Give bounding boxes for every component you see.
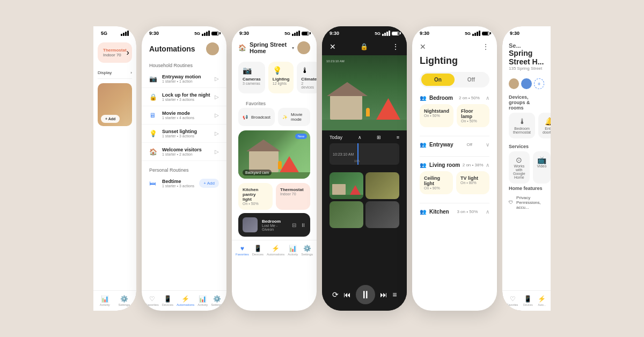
restart-icon[interactable]: ⟳ <box>332 290 339 299</box>
nav3-activity[interactable]: 📊 Activity <box>288 245 298 256</box>
play-icon-movie[interactable]: ▷ <box>215 112 219 118</box>
google-home-service[interactable]: ⊙ Works with Google Home <box>509 151 530 184</box>
living-room-header[interactable]: 👥 Living room 2 on • 38% ∧ <box>420 159 489 171</box>
bedtime-item[interactable]: 🛏 Bedtime 1 starter • 3 actions + Add <box>142 174 226 192</box>
kitchen-header[interactable]: 👥 Kitchen 3 on • 50% ∧ <box>420 206 489 218</box>
view-options-icon[interactable]: ⊞ <box>377 135 381 140</box>
routine-movie[interactable]: 🖥 Movie mode 1 starter • 4 actions ▷ <box>142 106 226 124</box>
thumb-1[interactable] <box>330 172 363 199</box>
thermostat-card[interactable]: Thermostat Indoor 70 › <box>98 42 132 63</box>
toggle-on-button[interactable]: On <box>421 74 455 86</box>
kitchen-expand-icon[interactable]: ∧ <box>486 209 489 215</box>
living-room-expand-icon[interactable]: ∧ <box>486 162 489 168</box>
entryway-expand-icon[interactable]: ∨ <box>486 142 489 148</box>
nav2-settings[interactable]: ⚙️ Settings <box>211 295 223 306</box>
cast-icon: ⊟ <box>292 222 296 228</box>
user-avatar-2[interactable] <box>206 42 219 55</box>
kitchen-status: On • 50% <box>243 202 268 206</box>
nav6-auto[interactable]: ⚡ Auto... <box>538 295 546 306</box>
climate-card[interactable]: 🌡 Climate 2 devices <box>297 62 317 93</box>
signal-3: 5G <box>284 31 290 36</box>
movie-mode-label: Movie mode <box>291 112 306 122</box>
sunset-icon: 💡 <box>149 130 158 137</box>
expand-timeline-icon[interactable]: ∧ <box>358 135 362 140</box>
entry-doorbell-item[interactable]: 🔔 Entry doorbell <box>538 113 551 138</box>
toggle-off-button[interactable]: Off <box>455 74 488 86</box>
thermostat-mini-card[interactable]: Thermostat Indoor 70 <box>276 183 310 210</box>
status-bar-3: 9:30 5G <box>232 26 317 38</box>
nav6-devices[interactable]: 📱 Devices <box>523 295 533 306</box>
play-icon-lock[interactable]: ▷ <box>215 94 219 100</box>
routine-welcome[interactable]: 🏠 Welcome visitors 1 starter • 2 action … <box>142 143 226 161</box>
nav3-favorites[interactable]: ♥ Favorites <box>236 245 249 256</box>
display-row[interactable]: Display › <box>98 67 132 79</box>
add-button[interactable]: + Add <box>101 115 120 123</box>
more-lighting-icon[interactable]: ⋮ <box>482 42 489 51</box>
add-personal-button[interactable]: + Add <box>199 179 219 188</box>
cam-preview[interactable]: Backyard cam New <box>238 130 310 179</box>
entryway-header[interactable]: 👥 Entryway Off ∨ <box>420 138 489 151</box>
broadcast-fav[interactable]: 📢 Broadcast <box>238 108 275 126</box>
floor-lamp-card[interactable]: Floor lamp On • 50% <box>457 104 489 127</box>
nav2-activity[interactable]: 📊 Activity <box>197 295 208 306</box>
routine-lockup[interactable]: 🔒 Lock up for the night 1 starter • 3 ac… <box>142 88 226 106</box>
user-avatar-3[interactable] <box>297 41 310 54</box>
kitchen-card[interactable]: Kitchen pantrylight On • 50% <box>238 183 273 210</box>
lighting-card[interactable]: 💡 Lighting 12 lights <box>268 62 294 93</box>
nav3-automations[interactable]: ⚡ Automations <box>267 245 284 256</box>
nav-activity[interactable]: 📊 Activity <box>100 295 110 306</box>
nav-settings[interactable]: ⚙️ Settings <box>118 295 130 306</box>
nav3-devices[interactable]: 📱 Devices <box>252 245 264 256</box>
music-title: Bedroom <box>262 219 288 224</box>
bar2-4 <box>208 31 210 36</box>
phone-6: 9:30 Se... Spring Street H... 135 Spring… <box>502 26 551 311</box>
nightstand-card[interactable]: Nightstand On • 50% <box>420 104 453 127</box>
thumb-2[interactable] <box>365 172 399 199</box>
more-icon[interactable]: ⋮ <box>392 42 399 51</box>
cameras-card[interactable]: 📷 Cameras 3 cameras <box>238 62 265 93</box>
bedroom-header[interactable]: 👥 Bedroom 2 on • 50% ∧ <box>420 92 489 104</box>
signal-bars-1 <box>121 31 129 36</box>
tv-light-card[interactable]: TV light On • 80% <box>456 171 489 194</box>
cameras-name: Cameras <box>243 77 261 82</box>
living-room-label: Living room <box>429 162 460 168</box>
privacy-row[interactable]: 🛡 Privacy Permissions, accu... <box>509 195 544 210</box>
movie-mode-fav[interactable]: ✨ Movie mode <box>278 108 310 126</box>
dropdown-icon[interactable]: ▾ <box>292 46 294 50</box>
routine-sunset[interactable]: 💡 Sunset lighting 1 starter • 3 actions … <box>142 124 226 143</box>
video-icon: 📺 <box>537 156 547 164</box>
skip-back-icon[interactable]: ⏮ <box>343 290 351 299</box>
timeline-bar[interactable]: 10:23:10 AM 10A <box>330 143 399 165</box>
close-icon[interactable]: ✕ <box>330 42 336 51</box>
video-service[interactable]: 📺 Video <box>533 151 551 184</box>
play-icon-sunset[interactable]: ▷ <box>215 130 219 136</box>
add-member-button[interactable]: + <box>534 78 544 89</box>
thumb-4[interactable] <box>365 201 399 228</box>
thermostat-mini-name: Thermostat <box>280 187 306 192</box>
bedroom-thermostat-item[interactable]: 🌡 Bedroom thermostat <box>509 113 535 138</box>
more-timeline-icon[interactable]: ≡ <box>397 135 399 140</box>
pause-icon[interactable]: ⏸ <box>301 222 306 228</box>
bedtime-sub: 1 starter • 3 actions <box>162 184 195 188</box>
bedroom-expand-icon[interactable]: ∧ <box>486 95 489 101</box>
play-icon-welcome[interactable]: ▷ <box>215 149 219 155</box>
nav2-automations[interactable]: ⚡ Automations <box>177 295 194 306</box>
menu-icon[interactable]: ≡ <box>392 290 397 299</box>
skip-forward-icon[interactable]: ⏭ <box>380 290 387 299</box>
bar4-3 <box>386 32 388 36</box>
nav3-settings[interactable]: ⚙️ Settings <box>301 245 313 256</box>
nav2-devices[interactable]: 📱 Devices <box>162 295 173 306</box>
nav6-favorites[interactable]: ♡ Favorites <box>507 295 518 306</box>
close-lighting-icon[interactable]: ✕ <box>420 42 426 51</box>
ceiling-light-card[interactable]: Ceiling light On • 90% <box>420 171 453 194</box>
battery-3 <box>302 32 309 35</box>
thumb-3[interactable] <box>330 201 363 228</box>
routine-entryway[interactable]: 📷 Entryway motion 1 starter • 1 action ▷ <box>142 70 226 88</box>
nav2-favorites[interactable]: ♡ Favorites <box>145 295 159 306</box>
cameras-icon: 📷 <box>243 66 261 75</box>
lighting-title: Lighting <box>420 55 489 67</box>
music-card[interactable]: Bedroom Lost Me - Giveon ⊟ ⏸ <box>238 213 310 237</box>
status-icons-4: 5G <box>375 31 399 36</box>
play-icon-entryway[interactable]: ▷ <box>215 76 219 82</box>
play-pause-button[interactable]: ⏸ <box>356 285 375 304</box>
